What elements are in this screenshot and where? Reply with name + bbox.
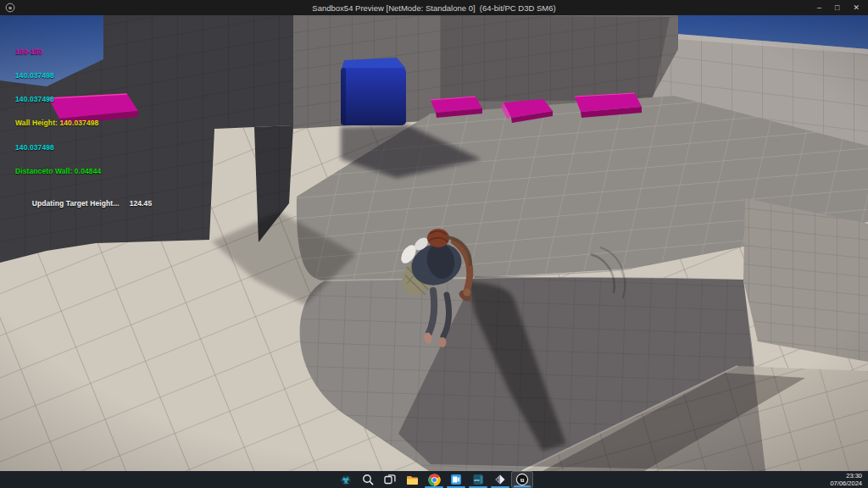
desktop-screen: u Sandbox54 Preview [NetMode: Standalone…	[0, 0, 868, 488]
svg-text:u: u	[8, 4, 12, 10]
search-icon	[362, 474, 374, 485]
biohazard-icon: ☣	[341, 474, 351, 485]
video-app-icon	[450, 474, 462, 485]
debug-line: Wall Height: 140.037498	[15, 119, 152, 127]
taskbar-item-onenote[interactable]: one	[467, 471, 489, 488]
unreal-engine-icon: u	[515, 473, 529, 486]
debug-label: Updating Target Height...	[32, 199, 120, 208]
clock-time: 23:30	[830, 472, 862, 480]
window-title: Sandbox54 Preview [NetMode: Standalone 0…	[0, 3, 868, 13]
taskbar-item-chrome[interactable]	[423, 471, 445, 488]
svg-text:one: one	[474, 478, 480, 482]
taskbar: ☣	[0, 471, 868, 488]
bridge-diamond-icon	[494, 474, 506, 485]
taskbar-clock[interactable]: 23:30 07/06/2024	[830, 472, 862, 487]
unreal-engine-window-icon: u	[5, 3, 15, 13]
taskbar-item-biohazard[interactable]: ☣	[335, 471, 357, 488]
taskbar-item-task-view[interactable]	[379, 471, 401, 488]
debug-value: 124.45	[130, 199, 153, 208]
debug-line: 140.037498	[15, 144, 152, 152]
debug-line: 140.037498	[15, 72, 152, 80]
chrome-icon	[428, 474, 441, 486]
onenote-icon: one	[472, 474, 484, 485]
file-explorer-icon	[406, 474, 419, 486]
debug-line: Distanceto Wall: 0.04844	[15, 168, 152, 175]
clock-date: 07/06/2024	[830, 480, 862, 487]
debug-line: Updating Target Height...124.45	[15, 191, 152, 215]
debug-line: 140.037498	[15, 96, 152, 103]
taskbar-item-unreal-engine[interactable]: u	[511, 471, 533, 488]
window-titlebar: u Sandbox54 Preview [NetMode: Standalone…	[0, 0, 868, 15]
taskbar-icons: ☣	[335, 471, 533, 488]
taskbar-item-file-explorer[interactable]	[401, 471, 423, 488]
game-viewport[interactable]: 100-150 140.037498 140.037498 Wall Heigh…	[0, 15, 868, 471]
taskbar-item-video-app[interactable]	[445, 471, 467, 488]
debug-overlay: 100-150 140.037498 140.037498 Wall Heigh…	[15, 32, 152, 231]
close-button[interactable]: ✕	[853, 0, 860, 15]
taskbar-item-search[interactable]	[357, 471, 379, 488]
minimize-button[interactable]: –	[817, 0, 821, 15]
svg-text:u: u	[520, 475, 525, 484]
maximize-button[interactable]: □	[835, 0, 839, 15]
taskbar-item-bridge[interactable]	[489, 471, 511, 488]
task-view-icon	[384, 474, 396, 485]
debug-line: 100-150	[15, 48, 152, 56]
running-indicator	[514, 485, 531, 488]
